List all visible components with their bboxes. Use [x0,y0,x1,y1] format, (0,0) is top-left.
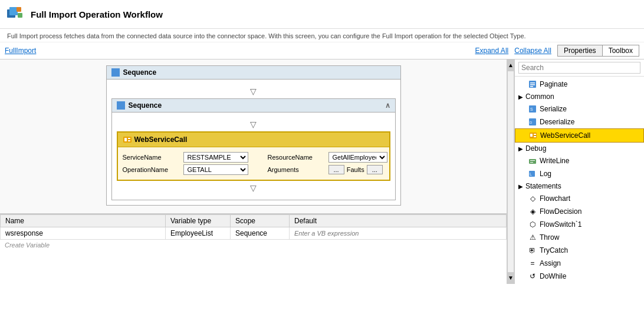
collapse-all-button[interactable]: Collapse All [514,47,551,55]
resource-name-select[interactable]: GetAllEmployees [328,152,387,163]
content-area: Sequence ▽ Sequence ∧ ▽ [0,59,644,284]
var-scope: Sequence [231,227,290,240]
toolbar: FullImport Expand All Collapse All Prope… [0,42,644,59]
throw-icon: ⚠ [528,233,537,242]
toolbox-item-label: Assign [540,259,561,267]
scroll-up[interactable]: ▲ [508,59,514,71]
svg-rect-10 [530,84,535,85]
toolbox-section-statements[interactable]: ▶ Statements [515,180,644,192]
toolbox-item-label: Deserialize [540,118,574,126]
toolbox-item-label: FlowDecision [540,207,581,216]
svg-rect-2 [17,7,21,12]
wsc-title: WebServiceCall [134,135,188,144]
toolbox-item-dowhile[interactable]: ↺ DoWhile [515,270,644,283]
seq-icon-2 [117,101,125,110]
vertical-scrollbar[interactable]: ▲ ▼ [507,59,514,284]
wsc-header: WebServiceCall [118,133,389,147]
expand-all-button[interactable]: Expand All [475,47,509,55]
assign-icon: = [528,259,537,268]
triangle-icon: ▶ [518,94,523,100]
toolbox-item-log[interactable]: L Log [515,167,644,180]
create-variable-link[interactable]: Create Variable [0,240,507,250]
toolbox-section-debug[interactable]: ▶ Debug [515,143,644,154]
svg-rect-1 [9,7,18,15]
toolbox-item-flowswitch[interactable]: ⬡ FlowSwitch`1 [515,218,644,231]
arguments-button[interactable]: ... [328,165,344,174]
tab-group: Properties Toolbox [557,45,639,57]
down-arrow-2: ▽ [117,117,390,131]
col-variable-type: Variable type [166,215,231,227]
svg-rect-7 [128,140,130,141]
collapse-inner-button[interactable]: ∧ [385,101,390,110]
deserialize-icon: D [528,117,537,127]
svg-rect-22 [530,162,533,163]
section-common-label: Common [525,92,554,101]
breadcrumb[interactable]: FullImport [5,47,36,55]
arguments-label: Arguments [268,166,327,173]
operation-name-select[interactable]: GETALL [183,164,248,175]
section-debug-label: Debug [525,144,546,153]
tab-toolbox[interactable]: Toolbox [603,45,639,56]
inner-sequence-header: Sequence ∧ [112,99,395,113]
left-panel: Sequence ▽ Sequence ∧ ▽ [0,59,507,284]
toolbox-section-common[interactable]: ▶ Common [515,91,644,102]
toolbox-item-writeline[interactable]: WriteLine [515,154,644,167]
toolbox-item-flowdecision[interactable]: ◈ FlowDecision [515,205,644,218]
dowhile-icon: ↺ [528,272,537,281]
scroll-down[interactable]: ▼ [508,272,514,284]
toolbox-item-serialize[interactable]: S Serialize [515,102,644,115]
inner-sequence-label: Sequence [129,101,162,110]
triangle-icon-2: ▶ [518,145,523,152]
faults-button[interactable]: ... [367,165,383,174]
svg-text:S: S [530,107,533,111]
toolbox-item-label: DoWhile [540,272,566,280]
page-title: Full Import Operation Workflow [31,9,163,19]
wsc-icon [123,135,132,144]
svg-rect-17 [530,134,533,137]
right-panel: Paginate ▶ Common S Serialize D Deserial… [514,59,644,284]
toolbox-item-throw[interactable]: ⚠ Throw [515,231,644,244]
var-default[interactable] [290,227,507,240]
toolbox-item-webservicecall[interactable]: WebServiceCall [515,128,644,143]
down-arrow-1: ▽ [111,84,396,98]
variables-panel: Name Variable type Scope Default wsrespo… [0,213,507,284]
outer-sequence: Sequence ▽ Sequence ∧ ▽ [106,65,401,206]
svg-rect-19 [534,136,536,137]
toolbox-item-label: Flowchart [540,194,570,203]
workflow-canvas: Sequence ▽ Sequence ∧ ▽ [0,59,507,213]
svg-rect-21 [530,160,535,161]
seq-icon [111,68,120,77]
service-name-select[interactable]: RESTSAMPLE [183,152,248,163]
toolbox-item-deserialize[interactable]: D Deserialize [515,115,644,128]
toolbox-item-trycatch[interactable]: ⛨ TryCatch [515,244,644,257]
writeline-icon [528,156,537,166]
toolbox-item-label: Serialize [540,105,567,113]
svg-text:L: L [530,172,532,176]
app-icon [7,5,26,24]
col-name: Name [1,215,166,227]
toolbox-item-paginate[interactable]: Paginate [515,78,644,91]
var-type: EmployeeList [166,227,231,240]
toolbox-item-flowchart[interactable]: ◇ Flowchart [515,192,644,205]
header: Full Import Operation Workflow Full Impo… [0,0,644,42]
flowswitch-icon: ⬡ [528,220,537,229]
toolbox-search [515,59,644,77]
service-name-label: ServiceName [123,154,182,161]
toolbox-item-label: Paginate [540,80,567,88]
outer-sequence-header: Sequence [107,66,400,80]
default-input[interactable] [294,230,501,237]
var-name: wsresponse [1,227,166,240]
wsc-icon [528,131,538,140]
svg-text:D: D [530,121,533,124]
inner-sequence: Sequence ∧ ▽ [111,98,396,200]
wsc-fields: ServiceName RESTSAMPLE ResourceName GetA… [123,152,385,175]
variables-table: Name Variable type Scope Default wsrespo… [0,214,507,240]
flowdecision-icon: ◈ [528,207,537,216]
tab-properties[interactable]: Properties [558,45,603,56]
toolbox-item-assign[interactable]: = Assign [515,257,644,270]
triangle-icon-3: ▶ [518,183,523,190]
search-input[interactable] [518,62,640,74]
serialize-icon: S [528,104,537,114]
toolbox-item-label: FlowSwitch`1 [540,220,581,229]
log-icon: L [528,169,537,178]
